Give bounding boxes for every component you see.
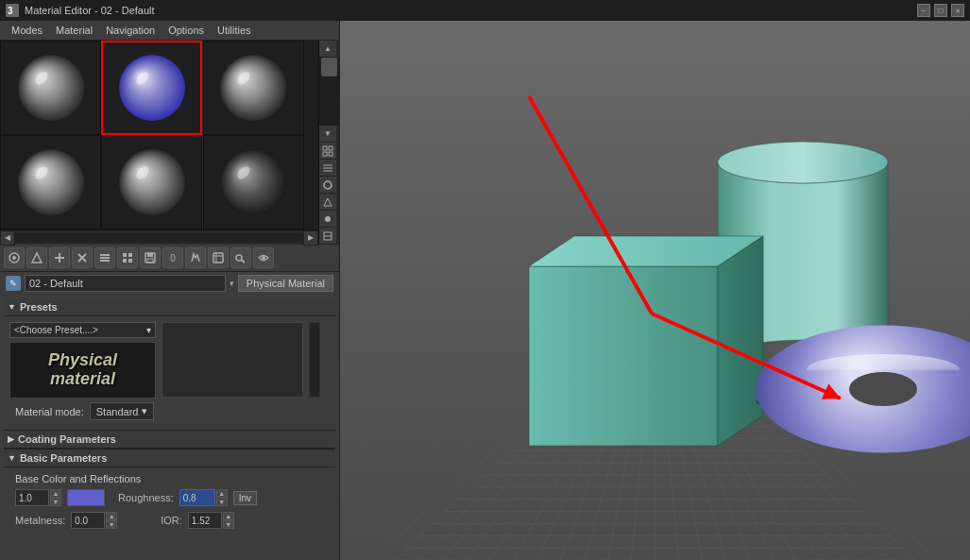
tb-icon-0[interactable] [4,247,25,268]
ior-down[interactable]: ▼ [223,520,234,529]
presets-arrow: ▼ [8,302,16,312]
metalness-down[interactable]: ▼ [106,520,117,529]
grid-icon-3[interactable] [319,177,336,194]
material-name-input[interactable] [25,275,226,292]
scroll-down-icon[interactable]: ▼ [319,126,336,143]
coating-arrow: ▶ [8,434,14,444]
menu-navigation[interactable]: Navigation [100,24,161,37]
value-spinner-value: 1.0 [19,493,32,503]
preset-image-text-1: Physical [48,351,117,370]
tb-icon-3[interactable] [72,247,93,268]
preset-image-text-2: material [48,370,117,389]
preset-dropdown[interactable]: <Choose Preset....> ▾ [9,322,156,338]
svg-rect-23 [123,253,127,257]
svg-rect-4 [323,152,327,156]
menu-material[interactable]: Material [50,24,98,37]
svg-rect-24 [128,253,132,257]
material-name-row: ✎ ▾ Physical Material [0,272,339,295]
inv-button[interactable]: Inv [233,491,257,505]
coating-section: ▶ Coating Parameters [4,431,335,450]
pencil-icon: ✎ [6,276,21,291]
coating-label: Coating Parameters [18,433,116,445]
tb-icon-7[interactable]: 0 [162,247,183,268]
roughness-spinner-arrows[interactable]: ▲ ▼ [216,489,228,506]
svg-rect-2 [323,146,327,150]
basic-label: Basic Parameters [20,452,107,464]
color-swatch[interactable] [67,489,105,506]
ior-label: IOR: [161,515,182,526]
sphere-slot-5[interactable] [203,135,304,229]
svg-point-10 [325,216,331,222]
value-spinner-display: 1.0 [15,489,49,506]
preset-scrollbar[interactable] [309,322,320,398]
value-spinner-arrows[interactable]: ▲ ▼ [50,489,61,506]
tb-icon-5[interactable] [117,247,138,268]
roughness-up[interactable]: ▲ [216,489,228,498]
tb-icon-4[interactable] [94,247,115,268]
app-icon: 3 [6,4,19,17]
metalness-spinner-arrows[interactable]: ▲ ▼ [106,512,117,529]
ior-up[interactable]: ▲ [223,512,234,520]
metalness-up[interactable]: ▲ [106,512,117,520]
material-mode-row: Material mode: Standard ▾ [9,399,330,424]
mat-mode-value: Standard [96,406,139,417]
svg-marker-15 [32,253,42,263]
svg-rect-26 [128,259,132,263]
metalness-display: 0.0 [71,512,105,529]
restore-button[interactable]: □ [934,4,947,17]
sphere-slot-4[interactable] [101,135,202,229]
mat-mode-label: Material mode: [15,406,84,417]
menu-utilities[interactable]: Utilities [212,24,256,37]
sphere-slot-1[interactable] [101,41,202,135]
close-button[interactable]: × [951,4,964,17]
svg-rect-21 [100,257,110,259]
roughness-down[interactable]: ▼ [216,498,228,506]
basic-header[interactable]: ▼ Basic Parameters [4,450,335,467]
horizontal-scrollbar[interactable]: ◀ ▶ [0,229,318,245]
spinner-down[interactable]: ▼ [50,498,61,506]
roughness-display: 0.8 [179,489,215,506]
tb-save-icon[interactable] [140,247,161,268]
ior-display: 1.52 [188,512,222,529]
presets-header[interactable]: ▼ Presets [4,298,335,316]
sphere-slot-2[interactable] [203,41,304,135]
tb-icon-1[interactable] [26,247,47,268]
tb-icon-10[interactable] [230,247,251,268]
tb-icon-9[interactable] [208,247,229,268]
roughness-value: 0.8 [183,493,196,503]
preset-preview-right [162,322,303,398]
sphere-grid [0,41,304,229]
main-layout: Modes Material Navigation Options Utilit… [0,21,970,560]
svg-point-14 [12,256,16,260]
minimize-button[interactable]: − [917,4,930,17]
scroll-up-icon[interactable]: ▲ [319,41,336,58]
svg-rect-20 [100,254,110,256]
grid-icon-5[interactable] [319,211,336,228]
grid-icon-2[interactable] [319,160,336,177]
content-area[interactable]: ▼ Presets <Choose Preset....> ▾ Phys [0,295,339,560]
tb-icon-8[interactable] [185,247,206,268]
svg-rect-5 [329,152,332,156]
grid-icon-1[interactable] [319,143,336,160]
grid-icon-6[interactable] [319,228,336,245]
coating-header[interactable]: ▶ Coating Parameters [4,431,335,449]
svg-point-35 [262,256,265,260]
sphere-slot-3[interactable] [0,135,101,229]
svg-rect-17 [59,253,60,263]
window-title: Material Editor - 02 - Default [25,5,155,16]
mat-dropdown-arrow[interactable]: ▾ [230,279,234,288]
basic-content: Base Color and Reflections 1.0 ▲ ▼ [4,467,335,535]
menu-modes[interactable]: Modes [6,24,48,37]
tb-icon-2[interactable] [49,247,70,268]
grid-icon-4[interactable] [319,194,336,211]
spinner-up[interactable]: ▲ [50,489,61,498]
scroll-track[interactable] [15,233,303,243]
menu-options[interactable]: Options [162,24,210,37]
ior-spinner-arrows[interactable]: ▲ ▼ [223,512,234,529]
material-type-button[interactable]: Physical Material [238,275,333,292]
scroll-right-button[interactable]: ▶ [303,230,318,246]
sphere-slot-0[interactable] [0,41,101,135]
tb-icon-11[interactable] [253,247,274,268]
mat-mode-dropdown[interactable]: Standard ▾ [90,402,155,420]
scroll-left-button[interactable]: ◀ [0,230,15,246]
